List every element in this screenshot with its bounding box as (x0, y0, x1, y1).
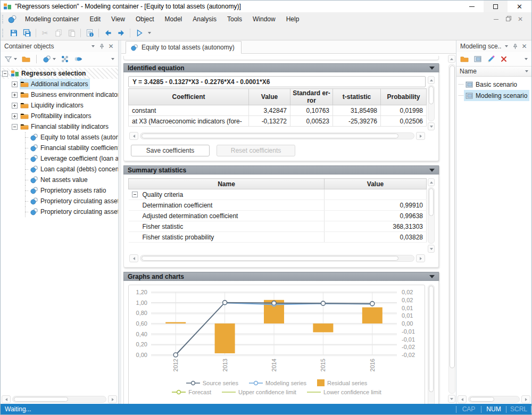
tree-item[interactable]: Leverage coefficient (loan ass (1, 153, 118, 164)
menu-model[interactable]: Model (160, 12, 188, 26)
panel-close-button[interactable]: ✕ (106, 42, 115, 51)
collapse-box[interactable] (132, 192, 138, 197)
create-scenario-button[interactable] (472, 53, 483, 65)
tab-equity-to-total-assets[interactable]: Equity to total assets (autonomy) (126, 41, 242, 54)
mdi-close-button[interactable]: ✕ (518, 16, 523, 22)
table-row[interactable]: constant3,428470,1076331,854980,01998 (129, 105, 427, 116)
create-folder-button[interactable] (21, 53, 31, 65)
tree-item[interactable]: Liquidity indicators (1, 100, 118, 111)
collapse-box[interactable] (2, 71, 8, 77)
workspace-vertical-scrollbar[interactable] (447, 54, 456, 404)
collapse-icon[interactable] (429, 169, 435, 172)
expand-box[interactable] (12, 113, 18, 119)
mdi-restore-button[interactable] (506, 17, 510, 21)
paste-button[interactable] (65, 27, 78, 39)
process-button[interactable] (73, 53, 84, 65)
tree-item[interactable]: Proprietory circulating assets (1, 206, 118, 217)
mdi-minimize-button[interactable] (494, 19, 498, 20)
scrollbar-thumb[interactable] (429, 286, 434, 392)
scroll-left-button[interactable] (129, 132, 138, 140)
toolbar-grip[interactable] (2, 29, 5, 37)
tree-item[interactable]: Equity to total assets (autono (1, 132, 118, 143)
scroll-right-button[interactable] (416, 254, 425, 262)
tree-item[interactable]: Financial stability indicators (1, 121, 118, 132)
scroll-left-button[interactable] (2, 395, 11, 403)
tree-item[interactable]: Loan capital (debts) concentra (1, 164, 118, 175)
scroll-right-button[interactable] (416, 132, 425, 140)
close-button[interactable]: ✕ (508, 1, 531, 12)
scrollbar-thumb[interactable] (470, 397, 494, 402)
menu-window[interactable]: Window (247, 12, 281, 26)
scrollbar-track[interactable] (140, 255, 414, 262)
scroll-up-button[interactable] (428, 76, 435, 84)
scenarios-horizontal-scrollbar[interactable] (456, 395, 531, 404)
expand-box[interactable] (12, 92, 18, 98)
tree-item[interactable]: Financial stability coefficient (1, 143, 118, 153)
equation-vertical-scrollbar[interactable] (427, 76, 435, 130)
run-dropdown[interactable] (146, 27, 153, 39)
delete-scenario-button[interactable] (499, 53, 509, 65)
group-row[interactable]: Quality criteria (129, 189, 427, 200)
metamodel-button[interactable] (60, 53, 70, 65)
scroll-down-button[interactable] (428, 122, 435, 130)
menu-tools[interactable]: Tools (222, 12, 247, 26)
panel-menu-button[interactable] (88, 42, 97, 51)
pin-button[interactable] (511, 42, 520, 51)
scrollbar-track[interactable] (428, 285, 435, 404)
scroll-down-button[interactable] (428, 245, 435, 253)
scrollbar-track[interactable] (428, 187, 435, 244)
save-all-button[interactable] (20, 27, 34, 39)
save-button[interactable] (7, 27, 20, 39)
graphs-and-charts-header[interactable]: Graphs and charts (123, 272, 439, 281)
forward-button[interactable] (114, 27, 128, 39)
filter-button[interactable] (3, 53, 18, 65)
scroll-left-button[interactable] (458, 395, 467, 403)
menubar-grip[interactable] (2, 15, 5, 23)
tree-item[interactable]: Regressors selection (1, 68, 118, 79)
expand-box[interactable] (12, 81, 18, 87)
scrollbar-thumb[interactable] (429, 188, 434, 216)
collapse-icon[interactable] (429, 275, 435, 278)
system-menu-icon[interactable] (7, 14, 18, 24)
tree-horizontal-scrollbar[interactable] (1, 395, 118, 404)
menu-edit[interactable]: Edit (84, 12, 106, 26)
collapse-box[interactable] (12, 124, 18, 130)
scrollbar-thumb[interactable] (429, 86, 434, 104)
scrollbar-track[interactable] (12, 396, 106, 403)
equation-horizontal-scrollbar[interactable] (128, 131, 426, 140)
scroll-right-button[interactable] (108, 395, 117, 403)
scrollbar-track[interactable] (140, 132, 414, 139)
scrollbar-thumb[interactable] (142, 134, 398, 138)
table-row[interactable]: Determination coefficient0,99910 (129, 200, 427, 211)
pin-button[interactable] (97, 42, 106, 51)
scroll-up-button[interactable] (448, 55, 455, 63)
menu-modeling-container[interactable]: Modeling container (20, 12, 84, 26)
properties-button[interactable] (83, 27, 96, 39)
menu-view[interactable]: View (106, 12, 130, 26)
chart-vertical-scrollbar[interactable] (427, 285, 435, 404)
scenarios-column-header[interactable]: Name (456, 67, 531, 77)
scroll-right-button[interactable] (521, 395, 530, 403)
scrollbar-thumb[interactable] (450, 65, 455, 368)
scenario-folder-button[interactable] (459, 53, 470, 65)
scroll-up-button[interactable] (428, 178, 435, 186)
toolbar-overflow-button[interactable] (110, 53, 115, 65)
table-row[interactable]: Adjusted determination coefficient0,9963… (129, 211, 427, 221)
save-coefficients-button[interactable]: Save coefficients (131, 145, 210, 156)
menu-analysis[interactable]: Analysis (187, 12, 222, 26)
minimize-button[interactable] (460, 1, 484, 12)
tree-item[interactable]: Proprietory circulating assets (1, 196, 118, 206)
scenario-item[interactable]: Basic scenario (456, 79, 531, 90)
panel-menu-button[interactable] (502, 42, 511, 51)
scroll-left-button[interactable] (129, 254, 138, 262)
back-button[interactable] (101, 27, 114, 39)
scroll-down-button[interactable] (448, 395, 455, 403)
scrollbar-track[interactable] (428, 85, 435, 121)
identified-equation-header[interactable]: Identified equation (123, 63, 439, 72)
cut-button[interactable]: ✂ (38, 27, 52, 39)
tree-item[interactable]: Net assets value (1, 175, 118, 185)
table-row[interactable]: at X3 (Macroeconomic indicators (fore--0… (129, 116, 427, 127)
run-button[interactable] (132, 27, 146, 39)
scrollbar-track[interactable] (468, 396, 520, 403)
table-row[interactable]: Fisher statistic probability0,03828 (129, 232, 427, 243)
